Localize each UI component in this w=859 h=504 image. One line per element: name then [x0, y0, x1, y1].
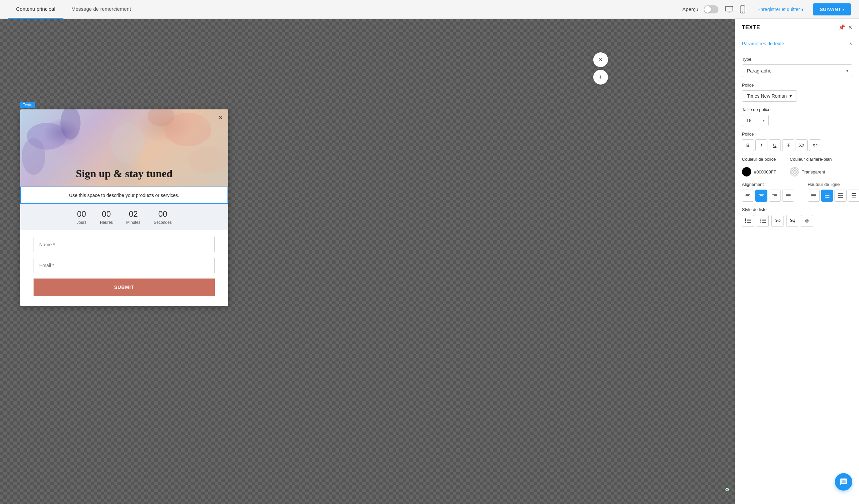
popup-form: × Sign up & stay tuned Use this space to…: [20, 109, 228, 306]
countdown-num-secondes: 00: [154, 209, 171, 219]
strikethrough-button[interactable]: T̶: [782, 139, 794, 151]
countdown-label-minutes: Minutes: [126, 220, 140, 225]
type-select[interactable]: Paragraphe: [742, 64, 852, 77]
countdown-minutes: 02 Minutes: [126, 209, 140, 225]
unlink-button[interactable]: [786, 215, 798, 227]
list-style-buttons: 1.2.3. ☺: [742, 215, 852, 227]
top-bar: Contenu principal Message de remerciemen…: [0, 0, 859, 19]
close-side-button[interactable]: ×: [593, 52, 608, 67]
section-chevron-icon: ∧: [849, 41, 852, 46]
popup-close-button[interactable]: ×: [218, 113, 223, 122]
hauteur-ligne-field: Hauteur de ligne: [808, 182, 859, 202]
apercu-label: Aperçu: [682, 6, 698, 12]
ordered-list-button[interactable]: 1.2.3.: [757, 215, 769, 227]
hauteur-label: Hauteur de ligne: [808, 182, 859, 187]
type-select-wrapper: Paragraphe ▾: [742, 64, 852, 77]
alignement-field: Alignement: [742, 182, 794, 202]
hauteur-btn-3[interactable]: [834, 189, 847, 202]
hauteur-btn-4[interactable]: [848, 189, 859, 202]
color-row: Couleur de police #000000FF Couleur d'ar…: [742, 157, 852, 177]
countdown-heures: 00 Heures: [100, 209, 113, 225]
couleur-arriere-label: Couleur d'arrière-plan: [790, 157, 832, 162]
style-field: Police B I U T̶ X2 X2: [742, 132, 852, 151]
emoji-button[interactable]: ☺: [801, 215, 813, 227]
font-chevron-icon: ▾: [789, 93, 792, 98]
couleur-arriere-swatch[interactable]: [790, 167, 799, 177]
align-justify-button[interactable]: [782, 189, 794, 202]
svg-point-42: [745, 222, 746, 223]
align-left-button[interactable]: [742, 189, 754, 202]
text-label: Texte: [20, 102, 35, 108]
panel-close-icon[interactable]: ✕: [848, 24, 852, 31]
couleur-police-swatch[interactable]: [742, 167, 751, 177]
popup-description: Use this space to describe your products…: [69, 193, 179, 198]
superscript-button[interactable]: X2: [809, 139, 821, 151]
tab-message-remerciement[interactable]: Message de remerciement: [63, 0, 139, 19]
style-liste-field: Style de liste 1.2.3. ☺: [742, 207, 852, 227]
taille-select-wrapper: 18 ▾: [742, 115, 769, 126]
email-input[interactable]: [33, 258, 215, 273]
alignement-label: Alignement: [742, 182, 794, 187]
style-liste-label: Style de liste: [742, 207, 852, 212]
countdown-label-secondes: Secondes: [154, 220, 171, 225]
submit-button[interactable]: SUBMIT: [33, 278, 215, 296]
hauteur-btn-2[interactable]: [821, 189, 833, 202]
canvas-area: Texte × Sign up & stay tuned: [0, 19, 735, 504]
arrow-right-icon: ›: [843, 7, 844, 12]
pin-icon[interactable]: 📌: [839, 24, 845, 31]
svg-point-38: [745, 218, 746, 220]
popup-title: Sign up & stay tuned: [20, 167, 228, 180]
top-bar-right: Aperçu Enregistrer et quitter ▾: [682, 3, 851, 15]
subscript-button[interactable]: X2: [796, 139, 808, 151]
font-value: Times New Roman: [747, 93, 787, 98]
desktop-icon[interactable]: [724, 4, 735, 15]
panel-section-header[interactable]: Paramètres de texte ∧: [735, 36, 859, 51]
svg-point-4: [742, 11, 743, 12]
italic-button[interactable]: I: [755, 139, 767, 151]
couleur-police-swatch-row: #000000FF: [742, 167, 777, 177]
couleur-police-value: #000000FF: [754, 169, 777, 174]
panel-content: Type Paragraphe ▾ Police Times New Roman…: [735, 51, 859, 238]
countdown-label-heures: Heures: [100, 220, 113, 225]
chat-online-dot: [725, 488, 729, 491]
unordered-list-button[interactable]: [742, 215, 754, 227]
taille-select[interactable]: 18: [742, 115, 769, 126]
enregistrer-button[interactable]: Enregistrer et quitter ▾: [753, 4, 808, 15]
name-input[interactable]: [33, 237, 215, 252]
right-panel: TEXTE 📌 ✕ Paramètres de texte ∧ Type Par…: [735, 19, 859, 504]
police-field: Police Times New Roman ▾: [742, 82, 852, 102]
svg-point-13: [201, 109, 228, 129]
top-tabs: Contenu principal Message de remerciemen…: [8, 0, 682, 19]
text-edit-area[interactable]: Use this space to describe your products…: [20, 186, 228, 204]
style-buttons: B I U T̶ X2 X2: [742, 139, 852, 151]
add-side-button[interactable]: +: [593, 70, 608, 85]
apercu-toggle[interactable]: [704, 5, 719, 13]
hauteur-buttons: [808, 189, 859, 202]
tab-contenu-principal[interactable]: Contenu principal: [8, 0, 63, 19]
font-select-button[interactable]: Times New Roman ▾: [742, 90, 797, 102]
align-hauteur-row: Alignement: [742, 182, 852, 202]
countdown-secondes: 00 Secondes: [154, 209, 171, 225]
panel-title: TEXTE: [742, 25, 760, 31]
taille-field: Taille de police 18 ▾: [742, 107, 852, 126]
underline-button[interactable]: U: [769, 139, 781, 151]
panel-section-label: Paramètres de texte: [742, 41, 784, 46]
align-buttons: [742, 189, 794, 202]
countdown-row: 00 Jours 00 Heures 02 Minutes 00 Seconde…: [20, 204, 228, 230]
suivant-button[interactable]: SUIVANT ›: [813, 3, 851, 15]
type-label: Type: [742, 57, 852, 62]
popup-form-body: SUBMIT: [20, 230, 228, 306]
police-label: Police: [742, 82, 852, 88]
couleur-arriere-swatch-row: Transparent: [790, 167, 832, 177]
hauteur-btn-1[interactable]: [808, 189, 820, 202]
align-right-button[interactable]: [769, 189, 781, 202]
style-label: Police: [742, 132, 852, 137]
mobile-icon[interactable]: [737, 4, 748, 15]
svg-text:3.: 3.: [760, 222, 762, 224]
bold-button[interactable]: B: [742, 139, 754, 151]
taille-label: Taille de police: [742, 107, 852, 112]
svg-point-40: [745, 220, 746, 222]
couleur-arriere-field: Couleur d'arrière-plan Transparent: [790, 157, 832, 177]
link-button[interactable]: [771, 215, 784, 227]
align-center-button[interactable]: [755, 189, 767, 202]
